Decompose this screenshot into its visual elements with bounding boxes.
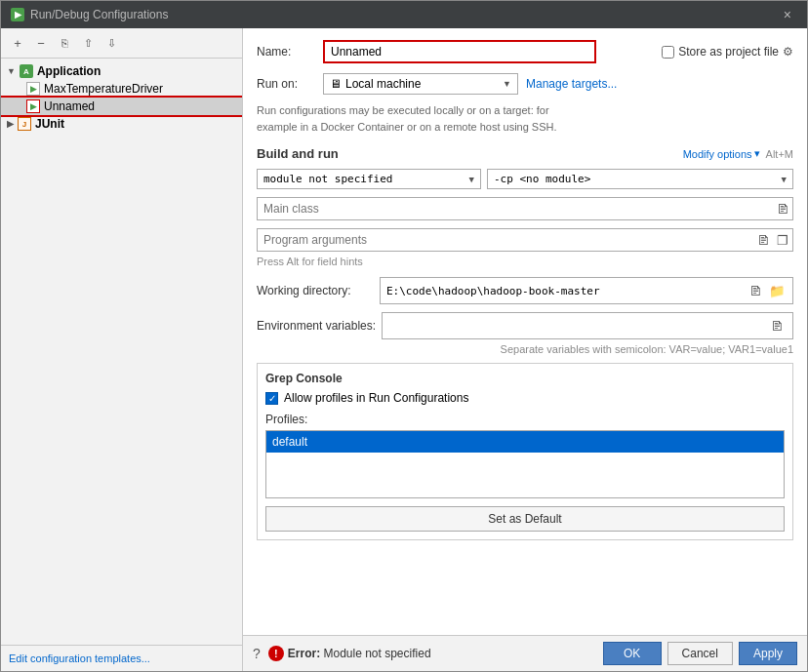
hint-text: Run configurations may be executed local… (257, 102, 793, 135)
title-bar-left: ▶ Run/Debug Configurations (11, 8, 168, 21)
env-vars-row: Environment variables: 🖹 (257, 312, 793, 339)
manage-targets-link[interactable]: Manage targets... (526, 77, 617, 91)
junit-icon: J (18, 117, 31, 131)
allow-profiles-label: Allow profiles in Run Configurations (284, 391, 468, 405)
cp-value: -cp <no module> (494, 173, 590, 185)
app-group-icon: A (20, 64, 33, 78)
module-value: module not specified (263, 173, 392, 185)
move-up-button[interactable]: ⇧ (77, 32, 99, 54)
tree-item-maxtempdriver[interactable]: ▶ MaxTemperatureDriver (1, 80, 242, 98)
store-project-checkbox[interactable] (662, 46, 674, 59)
build-run-section-header: Build and run Modify options ▾ Alt+M (257, 146, 793, 161)
move-down-button[interactable]: ⇩ (101, 32, 122, 54)
unnamed-label: Unnamed (44, 99, 95, 113)
build-run-title: Build and run (257, 146, 339, 161)
maxtempdriver-label: MaxTemperatureDriver (44, 82, 163, 96)
junit-expand-icon: ▶ (7, 119, 14, 129)
junit-group[interactable]: ▶ J JUnit (1, 115, 242, 133)
dialog-icon: ▶ (11, 8, 24, 21)
main-content: + − ⎘ ⇧ ⇩ ▼ A Application ▶ MaxTemperatu… (1, 28, 807, 671)
prog-args-expand-icon[interactable]: ❐ (773, 230, 792, 250)
error-area: ! Error: Module not specified (268, 646, 595, 661)
cp-field[interactable]: -cp <no module> ▼ (487, 169, 793, 189)
working-dir-label: Working directory: (257, 284, 374, 297)
left-panel: + − ⎘ ⇧ ⇩ ▼ A Application ▶ MaxTemperatu… (1, 28, 243, 671)
wd-file-icon[interactable]: 🖹 (746, 281, 765, 300)
module-cp-row: module not specified ▼ -cp <no module> ▼ (257, 169, 793, 189)
profiles-list[interactable]: default (265, 430, 785, 498)
config-icon-unnamed: ▶ (26, 99, 40, 113)
name-row: Name: Store as project file ⚙ (257, 40, 793, 63)
modify-options-link[interactable]: Modify options ▾ Alt+M (683, 147, 793, 160)
cancel-button[interactable]: Cancel (667, 642, 733, 665)
error-icon: ! (268, 646, 284, 661)
error-text: Error: Module not specified (288, 647, 431, 660)
run-on-row: Run on: 🖥 Local machine ▼ Manage targets… (257, 73, 793, 95)
working-dir-value: E:\code\hadoop\hadoop-book-master 🖹 📁 (380, 277, 793, 304)
tree-area: ▼ A Application ▶ MaxTemperatureDriver ▶… (1, 59, 242, 645)
modify-options-arrow: ▾ (754, 147, 760, 160)
gear-icon[interactable]: ⚙ (783, 45, 793, 59)
run-debug-dialog: ▶ Run/Debug Configurations × + − ⎘ ⇧ ⇩ ▼… (0, 0, 808, 672)
help-button[interactable]: ? (253, 646, 261, 661)
allow-profiles-row: Allow profiles in Run Configurations (265, 391, 785, 405)
application-label: Application (37, 64, 101, 78)
allow-profiles-checkbox[interactable] (265, 392, 278, 405)
grep-title: Grep Console (265, 372, 785, 385)
main-class-wrapper: 🖹 (257, 197, 793, 220)
program-args-wrapper: 🖹 ❐ (257, 228, 793, 252)
working-dir-row: Working directory: E:\code\hadoop\hadoop… (257, 277, 793, 304)
press-alt-hint: Press Alt for field hints (257, 256, 793, 267)
name-input[interactable] (323, 40, 596, 63)
prog-args-file-icon[interactable]: 🖹 (753, 230, 773, 250)
env-vars-label: Environment variables: (257, 319, 376, 333)
bottom-right-buttons: OK Cancel Apply (603, 642, 797, 665)
copy-button[interactable]: ⎘ (54, 32, 75, 54)
name-label: Name: (257, 45, 315, 59)
config-icon-maxtempdriver: ▶ (26, 82, 40, 96)
right-panel: Name: Store as project file ⚙ Run on: 🖥 … (243, 28, 807, 671)
edit-templates-button[interactable]: Edit configuration templates... (9, 652, 150, 664)
modify-options-shortcut: Alt+M (766, 148, 793, 160)
run-on-label: Run on: (257, 77, 315, 91)
env-file-icon[interactable]: 🖹 (767, 316, 787, 336)
monitor-icon: 🖥 (330, 77, 342, 91)
module-arrow: ▼ (469, 175, 474, 184)
grep-section: Grep Console Allow profiles in Run Confi… (257, 363, 793, 540)
apply-button[interactable]: Apply (739, 642, 797, 665)
config-form: Name: Store as project file ⚙ Run on: 🖥 … (243, 28, 807, 635)
profiles-label: Profiles: (265, 413, 785, 426)
run-on-value: Local machine (345, 77, 421, 91)
profile-default[interactable]: default (266, 431, 784, 453)
env-hint-text: Separate variables with semicolon: VAR=v… (257, 343, 793, 355)
store-label: Store as project file (678, 45, 779, 59)
wd-folder-icon[interactable]: 📁 (767, 281, 787, 300)
working-dir-text: E:\code\hadoop\hadoop-book-master (386, 285, 600, 297)
env-vars-field[interactable]: 🖹 (382, 312, 793, 339)
run-on-select[interactable]: 🖥 Local machine ▼ (323, 73, 518, 95)
toolbar: + − ⎘ ⇧ ⇩ (1, 28, 242, 59)
run-on-arrow: ▼ (503, 79, 511, 89)
set-default-button[interactable]: Set as Default (265, 506, 785, 532)
expand-icon: ▼ (7, 66, 16, 76)
dialog-title: Run/Debug Configurations (30, 8, 168, 21)
junit-label: JUnit (35, 117, 64, 131)
tree-item-unnamed[interactable]: ▶ Unnamed (1, 98, 242, 115)
ok-button[interactable]: OK (603, 642, 662, 665)
title-bar: ▶ Run/Debug Configurations × (1, 1, 807, 28)
application-group[interactable]: ▼ A Application (1, 62, 242, 80)
store-project-row: Store as project file ⚙ (662, 45, 793, 59)
main-class-file-icon[interactable]: 🖹 (773, 199, 792, 218)
modify-options-label: Modify options (683, 148, 752, 160)
left-bottom: Edit configuration templates... (1, 645, 242, 671)
close-button[interactable]: × (778, 5, 797, 24)
module-select[interactable]: module not specified ▼ (257, 169, 481, 189)
bottom-bar: ? ! Error: Module not specified OK Cance… (243, 635, 807, 671)
remove-button[interactable]: − (30, 32, 52, 54)
program-args-input[interactable] (258, 229, 753, 251)
add-button[interactable]: + (7, 32, 28, 54)
cp-arrow: ▼ (782, 175, 787, 184)
main-class-input[interactable] (258, 198, 773, 219)
